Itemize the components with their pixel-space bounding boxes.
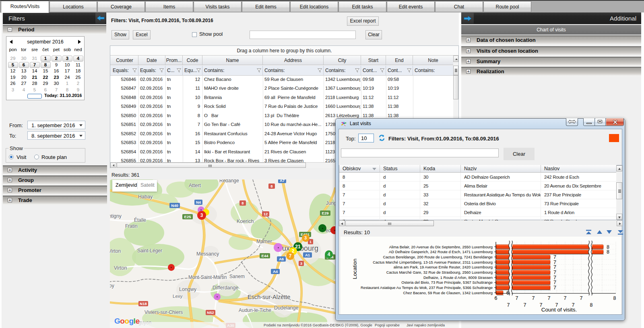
svg-text:6: 6 (495, 295, 497, 301)
svg-text:Osteria del Bivio, 73 Rue Prin: Osteria del Bivio, 73 Rue Principale, 53… (401, 280, 493, 285)
svg-text:Cactus Bereldange, 200 Route d: Cactus Bereldange, 200 Route de Luxembou… (383, 255, 493, 259)
svg-text:8: 8 (590, 302, 593, 308)
svg-text:7: 7 (524, 302, 526, 308)
svg-text:Restaurant Asiatique Au Temps: Restaurant Asiatique Au Temps du Wok, 23… (361, 285, 493, 290)
svg-text:Cactus Marché Limpertsberg, 13: Cactus Marché Limpertsberg, 13-15 Avenue… (373, 260, 493, 264)
svg-text:Alima Belair, 20 Avenue du Dix: Alima Belair, 20 Avenue du Dix Septembre… (389, 245, 493, 249)
svg-text:Delhaize, 1 Route d Arlon, 800: Delhaize, 1 Route d Arlon, 8009 Strassen (423, 275, 493, 280)
svg-text:8: 8 (613, 295, 616, 301)
svg-text:Location: Location (352, 258, 358, 279)
svg-text:AD Delhaize Gasperich, 242 Rou: AD Delhaize Gasperich, 242 Route d Esch,… (389, 250, 493, 254)
svg-text:7: 7 (532, 295, 535, 301)
svg-text:Cactus Marché Gare, 32 Rue de: Cactus Marché Gare, 32 Rue de Strasbourg… (386, 270, 493, 274)
svg-text:7: 7 (548, 295, 551, 301)
svg-text:Chez Bacano, 59 Rue de Clausen: Chez Bacano, 59 Rue de Clausen, 1342 Lux… (403, 291, 493, 295)
svg-text:7: 7 (553, 285, 556, 291)
svg-text:alima am Park, 19 Avenue Emile: alima am Park, 19 Avenue Emile Reuter, 2… (394, 265, 493, 269)
svg-text:Count of visits.: Count of visits. (541, 307, 577, 313)
svg-text:7: 7 (580, 295, 583, 301)
svg-text:7: 7 (516, 295, 518, 301)
svg-text:7: 7 (507, 302, 510, 308)
svg-text:7: 7 (564, 295, 567, 301)
svg-text:8: 8 (607, 249, 609, 255)
